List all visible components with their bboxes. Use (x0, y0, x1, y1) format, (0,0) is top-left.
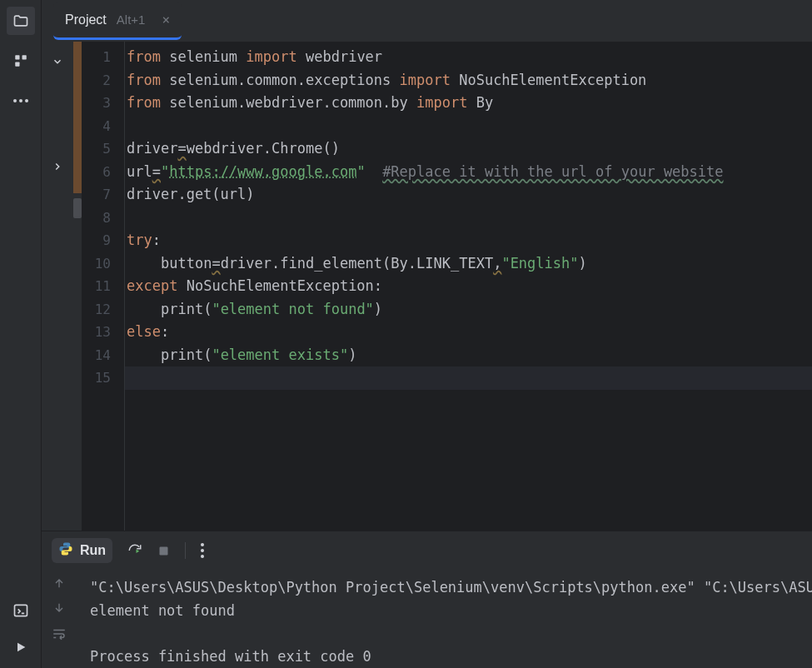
minimap-thumb[interactable] (73, 198, 82, 218)
code-line: url="https://www.google.com" #Replace it… (125, 161, 812, 184)
code-line: from selenium.webdriver.common.by import… (125, 92, 812, 115)
minimap-marker (73, 42, 82, 193)
console-body: "C:\Users\ASUS\Desktop\Python Project\Se… (42, 570, 812, 668)
svg-point-4 (19, 99, 22, 102)
minimap[interactable] (73, 42, 82, 531)
python-icon (58, 541, 73, 560)
line-number: 4 (82, 115, 124, 138)
line-number-gutter: 1 2 3 4 5 6 7 8 9 10 11 12 13 14 15 (82, 42, 125, 531)
line-number: 2 (82, 69, 124, 92)
chevron-right-icon[interactable] (52, 160, 63, 176)
console-gutter (42, 570, 77, 668)
code-line: from selenium.common.exceptions import N… (125, 69, 812, 92)
soft-wrap-icon[interactable] (52, 626, 67, 645)
arrow-up-icon[interactable] (52, 576, 66, 593)
svg-point-5 (25, 99, 28, 102)
code-line (125, 366, 812, 390)
code-editor[interactable]: from selenium import webdriver from sele… (125, 42, 812, 531)
divider (185, 542, 186, 559)
line-number: 1 (82, 46, 124, 69)
line-number: 8 (82, 207, 124, 230)
line-number: 9 (82, 229, 124, 252)
line-number: 3 (82, 92, 124, 115)
project-tab[interactable]: Project Alt+1 × (53, 2, 182, 40)
activity-bar (0, 0, 42, 668)
code-line (125, 207, 812, 230)
svg-point-10 (201, 555, 204, 558)
tab-shortcut: Alt+1 (117, 12, 146, 27)
chevron-down-icon[interactable] (52, 55, 63, 71)
svg-point-9 (201, 549, 204, 552)
line-number: 11 (82, 275, 124, 298)
code-line: try: (125, 229, 812, 252)
line-number: 13 (82, 321, 124, 344)
editor-left-strip (42, 42, 73, 531)
line-number: 10 (82, 252, 124, 276)
code-line: button=driver.find_element(By.LINK_TEXT,… (125, 252, 812, 276)
output-line: element not found (90, 602, 235, 619)
run-tool-icon[interactable] (7, 633, 35, 661)
project-tool-icon[interactable] (7, 7, 35, 35)
code-line: from selenium import webdriver (125, 46, 812, 69)
svg-point-3 (13, 99, 17, 102)
terminal-tool-icon[interactable] (7, 596, 35, 625)
line-number: 15 (82, 366, 124, 390)
code-line: driver.get(url) (125, 183, 812, 207)
more-tool-icon[interactable] (7, 87, 35, 115)
main-column: Project Alt+1 × 1 2 3 4 5 6 7 8 9 (42, 0, 812, 668)
console-output[interactable]: "C:\Users\ASUS\Desktop\Python Project\Se… (77, 570, 812, 668)
structure-tool-icon[interactable] (7, 47, 35, 75)
tool-window-tab-bar: Project Alt+1 × (42, 0, 812, 42)
line-number: 14 (82, 344, 124, 367)
line-number: 7 (82, 183, 124, 207)
stop-icon[interactable] (157, 545, 170, 557)
svg-rect-6 (14, 605, 27, 616)
tab-title: Project (65, 12, 107, 27)
line-number: 5 (82, 137, 124, 161)
run-header: Run (42, 531, 812, 570)
editor-area: 1 2 3 4 5 6 7 8 9 10 11 12 13 14 15 from… (42, 42, 812, 531)
code-line: except NoSuchElementException: (125, 275, 812, 298)
run-tool-window: Run (42, 531, 812, 668)
close-icon[interactable]: × (162, 12, 170, 27)
code-line: else: (125, 321, 812, 344)
rerun-icon[interactable] (127, 543, 142, 558)
code-line (125, 115, 812, 138)
run-tab[interactable]: Run (52, 538, 112, 563)
arrow-down-icon[interactable] (52, 601, 66, 618)
svg-rect-2 (15, 62, 19, 67)
line-number: 6 (82, 161, 124, 184)
output-line: Process finished with exit code 0 (90, 648, 371, 665)
more-options-icon[interactable] (201, 543, 204, 558)
svg-point-8 (201, 543, 204, 546)
code-line: print("element exists") (125, 344, 812, 367)
svg-rect-0 (15, 55, 19, 59)
output-line: "C:\Users\ASUS\Desktop\Python Project\Se… (90, 579, 812, 596)
code-line: driver=webdriver.Chrome() (125, 137, 812, 161)
svg-rect-1 (22, 55, 26, 59)
line-number: 12 (82, 298, 124, 322)
svg-rect-7 (160, 546, 168, 555)
run-title: Run (80, 543, 106, 558)
code-line: print("element not found") (125, 298, 812, 322)
